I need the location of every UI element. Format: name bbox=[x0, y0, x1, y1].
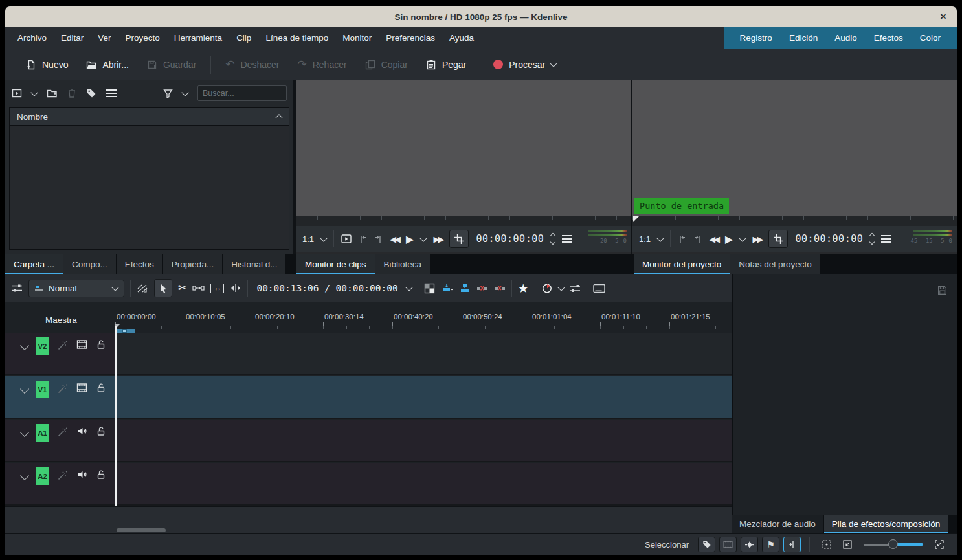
new-button[interactable]: Nuevo bbox=[17, 54, 77, 76]
zoom-to-project-icon[interactable] bbox=[839, 537, 856, 552]
insert-zone-icon[interactable] bbox=[441, 284, 453, 293]
tab-monitor-de-clips[interactable]: Monitor de clips bbox=[296, 254, 375, 274]
bin-empty-area[interactable] bbox=[10, 126, 289, 249]
tab-pila-de-efectos[interactable]: Pila de efectos/composición bbox=[824, 515, 948, 533]
track-header-a2[interactable]: A2 bbox=[5, 463, 115, 506]
menu-herramienta[interactable]: Herramienta bbox=[167, 27, 229, 49]
play-chevron-icon[interactable] bbox=[420, 234, 427, 241]
monitor-menu-icon[interactable] bbox=[881, 238, 891, 240]
fit-zone-icon[interactable] bbox=[818, 537, 835, 552]
timeline-horizontal-scrollbar[interactable] bbox=[117, 528, 166, 532]
lock-icon[interactable] bbox=[96, 469, 106, 480]
menu-proyecto[interactable]: Proyecto bbox=[118, 27, 167, 49]
save-button[interactable]: Guardar bbox=[138, 54, 205, 76]
fit-timeline-icon[interactable] bbox=[931, 537, 948, 552]
fit-zoom-icon[interactable]: ↔ bbox=[210, 284, 224, 293]
position-chevron-icon[interactable] bbox=[405, 284, 412, 291]
track-lane-v1[interactable] bbox=[115, 376, 732, 419]
track-name-badge[interactable]: A1 bbox=[36, 424, 49, 442]
track-lane-v2[interactable] bbox=[115, 333, 732, 375]
show-tags-button[interactable] bbox=[698, 537, 715, 552]
collapse-chevron-icon[interactable] bbox=[20, 385, 29, 394]
titlebar[interactable]: Sin nombre / HD 1080p 25 fps — Kdenlive … bbox=[5, 6, 957, 27]
snap-toggle-button[interactable] bbox=[783, 537, 801, 552]
track-effects-wand-icon[interactable] bbox=[57, 340, 68, 351]
track-name-badge[interactable]: V2 bbox=[36, 337, 49, 355]
redo-button[interactable]: ↷ Rehacer bbox=[288, 54, 355, 76]
collapse-chevron-icon[interactable] bbox=[20, 341, 29, 350]
tag-icon[interactable] bbox=[86, 88, 96, 98]
rewind-icon[interactable]: ◀◀ bbox=[709, 234, 718, 244]
monitor-zoom-level[interactable]: 1:1 bbox=[302, 234, 314, 244]
track-effects-wand-icon[interactable] bbox=[57, 383, 68, 394]
workspace-audio[interactable]: Audio bbox=[826, 27, 866, 49]
set-in-point-icon[interactable] bbox=[678, 234, 686, 244]
close-icon[interactable]: × bbox=[937, 11, 949, 23]
preview-chevron-icon[interactable] bbox=[557, 284, 565, 291]
tab-monitor-del-proyecto[interactable]: Monitor del proyecto bbox=[634, 254, 730, 274]
audio-track-icon[interactable] bbox=[76, 426, 87, 436]
menu-ver[interactable]: Ver bbox=[91, 27, 118, 49]
delete-clip-icon[interactable] bbox=[67, 88, 76, 98]
project-monitor-ruler[interactable] bbox=[632, 216, 957, 226]
monitor-zoom-level[interactable]: 1:1 bbox=[639, 234, 651, 244]
tab-historial[interactable]: Historial d... bbox=[223, 254, 286, 274]
zoom-chevron-icon[interactable] bbox=[320, 234, 327, 241]
subtitle-icon[interactable] bbox=[593, 284, 605, 293]
bin-name-column-header[interactable]: Nombre bbox=[10, 108, 289, 126]
filter-chevron-icon[interactable] bbox=[181, 89, 188, 96]
spacer-tool-icon[interactable] bbox=[192, 284, 205, 293]
set-in-point-icon[interactable] bbox=[359, 234, 367, 244]
timeline-mode-icon[interactable] bbox=[137, 284, 148, 293]
menu-archivo[interactable]: Archivo bbox=[10, 27, 54, 49]
lock-icon[interactable] bbox=[96, 426, 106, 436]
track-effects-wand-icon[interactable] bbox=[57, 470, 68, 481]
add-clip-icon[interactable] bbox=[12, 88, 22, 98]
workspace-color[interactable]: Color bbox=[912, 27, 949, 49]
bin-menu-icon[interactable] bbox=[106, 93, 117, 95]
collapse-chevron-icon[interactable] bbox=[20, 471, 29, 480]
zoom-chevron-icon[interactable] bbox=[656, 234, 664, 241]
track-header-v2[interactable]: V2 bbox=[5, 333, 115, 375]
project-monitor-video-area[interactable] bbox=[632, 80, 957, 216]
menu-monitor[interactable]: Monitor bbox=[335, 27, 379, 49]
razor-tool-icon[interactable]: ✂ bbox=[178, 283, 186, 293]
play-icon[interactable]: ▶ bbox=[406, 233, 414, 245]
show-audio-thumbnails-button[interactable] bbox=[741, 537, 758, 552]
zone-mode-button[interactable] bbox=[449, 230, 469, 248]
add-clip-chevron-icon[interactable] bbox=[30, 89, 38, 96]
fast-forward-icon[interactable]: ▶▶ bbox=[752, 234, 761, 244]
set-out-point-icon[interactable] bbox=[374, 234, 383, 244]
video-track-icon[interactable] bbox=[76, 339, 87, 350]
slip-tool-icon[interactable] bbox=[230, 284, 241, 293]
track-name-badge[interactable]: V1 bbox=[36, 381, 49, 398]
track-name-badge[interactable]: A2 bbox=[36, 467, 49, 485]
collapse-chevron-icon[interactable] bbox=[20, 428, 29, 437]
mixed-view-icon[interactable] bbox=[424, 283, 435, 294]
preview-render-icon[interactable] bbox=[541, 283, 553, 294]
edit-mode-dropdown[interactable]: Normal bbox=[28, 280, 124, 297]
sort-chevron-up-icon[interactable] bbox=[275, 114, 282, 121]
undo-button[interactable]: ↶ Deshacer bbox=[216, 54, 288, 76]
track-lane-a2[interactable] bbox=[115, 463, 732, 506]
project-monitor-timecode[interactable]: 00:00:00:00 bbox=[795, 233, 863, 245]
timeline-ruler[interactable]: 00:00:00:00 00:00:10:05 00:00:20:10 00:0… bbox=[115, 313, 732, 329]
search-input[interactable] bbox=[197, 85, 287, 101]
timecode-spinner[interactable] bbox=[551, 234, 555, 244]
tab-biblioteca[interactable]: Biblioteca bbox=[375, 254, 431, 274]
extract-zone-icon[interactable] bbox=[476, 284, 488, 293]
menu-preferencias[interactable]: Preferencias bbox=[379, 27, 442, 49]
video-track-icon[interactable] bbox=[76, 383, 87, 393]
workspace-efectos[interactable]: Efectos bbox=[866, 27, 912, 49]
rewind-icon[interactable]: ◀◀ bbox=[390, 234, 399, 244]
tab-propiedades[interactable]: Propieda... bbox=[163, 254, 223, 274]
tab-efectos[interactable]: Efectos bbox=[117, 254, 163, 274]
copy-button[interactable]: Copiar bbox=[356, 54, 417, 76]
track-header-v1[interactable]: V1 bbox=[5, 376, 115, 419]
save-effect-stack-icon[interactable] bbox=[937, 285, 948, 296]
lock-icon[interactable] bbox=[96, 339, 106, 350]
playhead-line[interactable] bbox=[115, 326, 117, 506]
tab-composiciones[interactable]: Compo... bbox=[63, 254, 117, 274]
create-folder-icon[interactable] bbox=[47, 88, 58, 98]
timeline-settings-icon[interactable] bbox=[570, 284, 581, 293]
